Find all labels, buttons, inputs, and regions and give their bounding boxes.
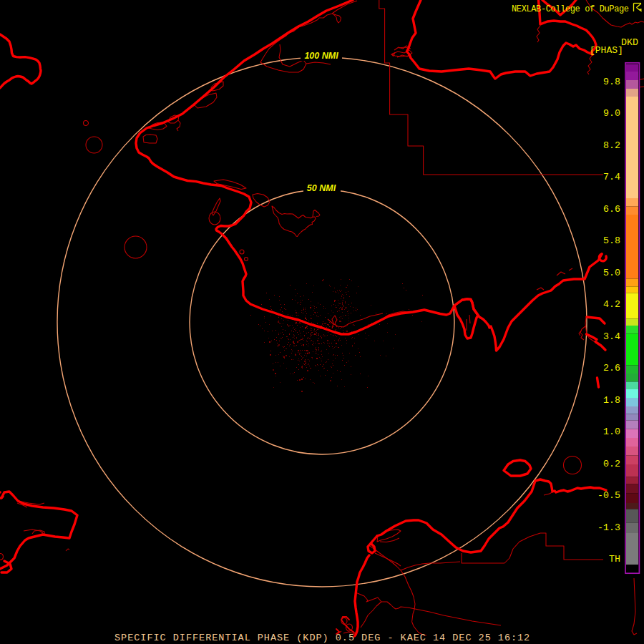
svg-text:0.2: 0.2 [603, 459, 620, 469]
svg-text:-1.3: -1.3 [597, 522, 620, 533]
svg-text:9.8: 9.8 [603, 77, 620, 87]
svg-text:NEXLAB-College of DuPage: NEXLAB-College of DuPage [512, 4, 629, 14]
svg-text:6.6: 6.6 [603, 204, 620, 215]
svg-text:[PHAS]: [PHAS] [590, 45, 623, 56]
svg-text:SPECIFIC DIFFERENTIAL PHASE (K: SPECIFIC DIFFERENTIAL PHASE (KDP) 0.5 DE… [114, 633, 530, 643]
svg-text:8.2: 8.2 [603, 140, 620, 151]
svg-text:3.4: 3.4 [603, 331, 620, 342]
svg-text:DKD: DKD [621, 37, 638, 48]
svg-text:9.0: 9.0 [603, 108, 620, 119]
svg-text:-0.5: -0.5 [597, 490, 620, 501]
svg-text:100 NMI: 100 NMI [304, 51, 338, 61]
svg-text:2.6: 2.6 [603, 363, 620, 374]
svg-text:5.0: 5.0 [603, 268, 620, 278]
svg-text:TH: TH [609, 554, 620, 565]
svg-text:4.2: 4.2 [603, 299, 620, 310]
svg-text:1.0: 1.0 [603, 426, 620, 437]
svg-text:50 NMI: 50 NMI [307, 183, 336, 193]
svg-text:1.8: 1.8 [603, 395, 620, 406]
svg-text:7.4: 7.4 [603, 172, 620, 182]
svg-text:5.8: 5.8 [603, 235, 620, 246]
